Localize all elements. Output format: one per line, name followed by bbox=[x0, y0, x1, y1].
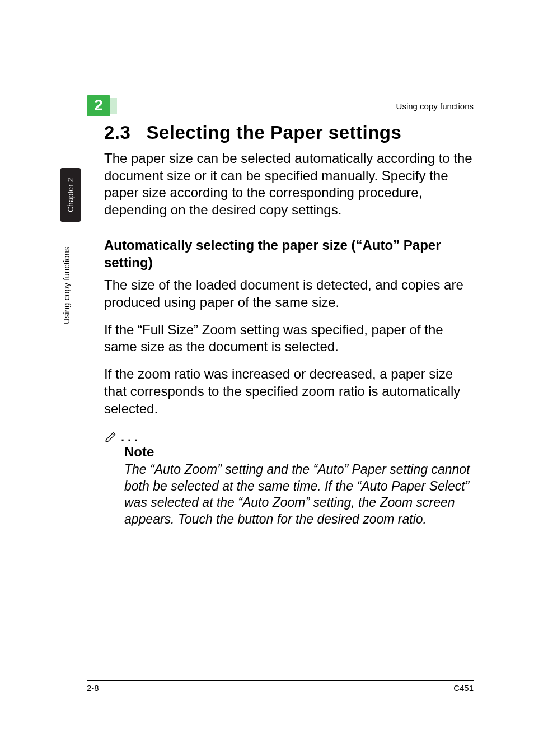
body-content: The paper size can be selected automatic… bbox=[104, 150, 474, 528]
section-intro: The paper size can be selected automatic… bbox=[104, 150, 474, 219]
subsection-heading: Automatically selecting the paper size (… bbox=[104, 237, 474, 271]
pencil-icon bbox=[104, 429, 119, 444]
note-icon-row: ... bbox=[104, 428, 474, 444]
page-footer: 2-8 C451 bbox=[87, 680, 474, 693]
note-dots: ... bbox=[121, 430, 141, 445]
section-number: 2.3 bbox=[104, 122, 130, 143]
subsection-paragraph-1: The size of the loaded document is detec… bbox=[104, 277, 474, 311]
chapter-side-tab: Chapter 2 bbox=[60, 168, 81, 222]
chapter-badge-tail bbox=[109, 98, 117, 114]
subsection-paragraph-3: If the zoom ratio was increased or decre… bbox=[104, 366, 474, 417]
running-head: Using copy functions bbox=[396, 101, 474, 111]
note-body: The “Auto Zoom” setting and the “Auto” P… bbox=[124, 461, 474, 528]
footer-model: C451 bbox=[453, 683, 474, 693]
note-title: Note bbox=[124, 444, 474, 461]
chapter-number-badge: 2 bbox=[87, 95, 110, 116]
page: 2 Using copy functions Chapter 2 Using c… bbox=[0, 0, 534, 756]
side-section-label: Using copy functions bbox=[62, 235, 81, 336]
page-header: 2 Using copy functions bbox=[87, 95, 474, 118]
section-title-text: Selecting the Paper settings bbox=[146, 122, 401, 143]
footer-page-number: 2-8 bbox=[87, 683, 99, 693]
note-block: ... Note The “Auto Zoom” setting and the… bbox=[104, 428, 474, 528]
section-title: 2.3Selecting the Paper settings bbox=[104, 122, 474, 143]
subsection-paragraph-2: If the “Full Size” Zoom setting was spec… bbox=[104, 321, 474, 356]
